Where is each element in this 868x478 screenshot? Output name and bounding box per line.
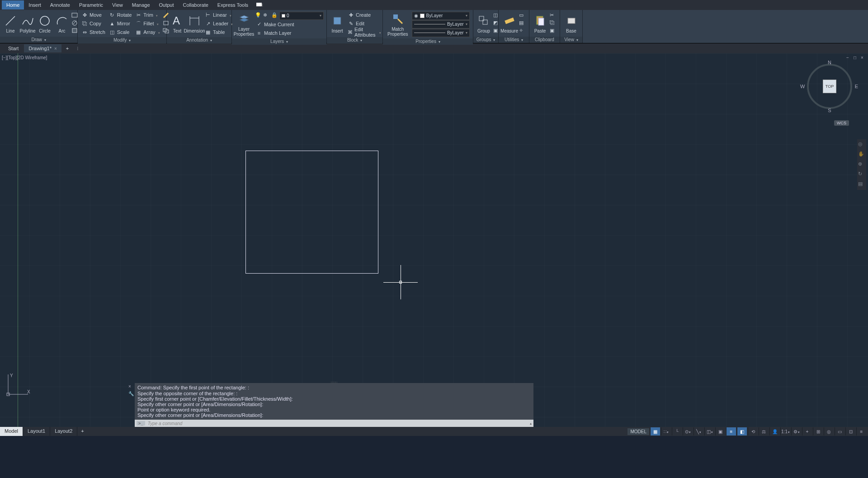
insert-block-button[interactable]: Insert bbox=[330, 13, 345, 34]
base-view-button[interactable]: Base bbox=[563, 13, 580, 34]
copy-button[interactable]: ⿻Copy bbox=[80, 19, 106, 28]
copy-clip-icon[interactable]: ⿻ bbox=[550, 20, 557, 27]
annotation-scale[interactable]: ⚖ bbox=[759, 427, 769, 435]
zoom-extents-icon[interactable]: ⊕ bbox=[858, 161, 865, 168]
drawn-rectangle[interactable] bbox=[245, 151, 378, 274]
view-label[interactable]: [−][Top][2D Wireframe] bbox=[2, 55, 47, 60]
viewport-close-icon[interactable]: × bbox=[859, 55, 865, 61]
layout2-tab[interactable]: Layout2 bbox=[50, 427, 77, 436]
stretch-button[interactable]: ⇔Stretch bbox=[80, 28, 106, 36]
pan-icon[interactable]: ✋ bbox=[858, 151, 865, 158]
paste-special-icon[interactable]: ▣ bbox=[550, 28, 557, 35]
ribbon-toggle[interactable] bbox=[256, 3, 264, 7]
trim-button[interactable]: ✂Trim bbox=[134, 11, 160, 19]
command-input[interactable]: >_ Type a command ▴ bbox=[135, 420, 533, 427]
cut-icon[interactable]: ✂ bbox=[550, 12, 557, 19]
3dosnap-toggle[interactable]: ▣ bbox=[715, 427, 725, 435]
add-layout-button[interactable]: + bbox=[77, 427, 87, 436]
add-tab-button[interactable]: + bbox=[62, 44, 72, 52]
group-button[interactable]: Group bbox=[476, 13, 491, 34]
table-icon: ▦ bbox=[205, 29, 211, 35]
paste-button[interactable]: Paste bbox=[532, 13, 548, 34]
command-close-icon[interactable]: × bbox=[128, 384, 131, 389]
layer-on-icon[interactable]: 💡 bbox=[255, 12, 262, 19]
annotation-monitor[interactable]: + bbox=[802, 427, 812, 435]
ortho-toggle[interactable]: └ bbox=[672, 427, 682, 435]
menu-insert[interactable]: Insert bbox=[24, 0, 46, 9]
transparency-toggle[interactable]: ◧ bbox=[737, 427, 747, 435]
lineweight-dropdown[interactable]: ByLayer▾ bbox=[412, 20, 470, 28]
isoplane-toggle[interactable]: ╲ bbox=[693, 427, 703, 435]
layer-properties-button[interactable]: Layer Properties bbox=[235, 11, 253, 38]
workspace-switch[interactable]: ⚙ bbox=[791, 427, 801, 435]
menu-view[interactable]: View bbox=[108, 0, 127, 9]
model-tab[interactable]: Model bbox=[0, 427, 23, 436]
leader-button[interactable]: ↗Leader bbox=[204, 19, 234, 28]
text-button[interactable]: A Text bbox=[170, 13, 185, 34]
mirror-button[interactable]: ▲Mirror bbox=[108, 19, 132, 28]
grid-toggle[interactable]: ▦ bbox=[650, 427, 660, 435]
linear-button[interactable]: ⊢Linear bbox=[204, 11, 234, 19]
orbit-icon[interactable]: ↻ bbox=[858, 171, 865, 178]
table-button[interactable]: ▦Table bbox=[204, 28, 234, 36]
close-tab-icon[interactable]: × bbox=[54, 46, 57, 51]
menu-home[interactable]: Home bbox=[2, 0, 24, 9]
tab-overflow-icon[interactable]: ⁞ bbox=[73, 44, 82, 53]
color-dropdown[interactable]: ◉ByLayer▾ bbox=[412, 12, 470, 20]
menu-annotate[interactable]: Annotate bbox=[46, 0, 75, 9]
customization[interactable]: ≡ bbox=[856, 427, 866, 435]
scale-button[interactable]: ◫Scale bbox=[108, 28, 132, 36]
layer-lock-icon[interactable]: 🔒 bbox=[271, 12, 278, 19]
polyline-button[interactable]: Polyline bbox=[20, 13, 35, 34]
osnap-toggle[interactable]: ◫ bbox=[704, 427, 714, 435]
annoscale-dropdown[interactable]: 1:1 bbox=[780, 427, 790, 435]
edit-attributes-button[interactable]: ⌘Edit Attributes bbox=[347, 28, 382, 36]
menu-parametric[interactable]: Parametric bbox=[75, 0, 108, 9]
menu-collaborate[interactable]: Collaborate bbox=[179, 0, 213, 9]
menu-output[interactable]: Output bbox=[155, 0, 179, 9]
layout1-tab[interactable]: Layout1 bbox=[23, 427, 50, 436]
quick-properties[interactable]: ◎ bbox=[824, 427, 834, 435]
select-icon[interactable]: ▭ bbox=[519, 12, 526, 19]
snap-mode-toggle[interactable]: ∷ bbox=[661, 427, 671, 435]
command-settings-icon[interactable]: 🔧 bbox=[128, 391, 134, 396]
point-icon[interactable]: ✧ bbox=[519, 28, 526, 35]
viewport-minimize-icon[interactable]: − bbox=[844, 55, 851, 61]
drawing-tab[interactable]: Drawing1*× bbox=[24, 44, 61, 52]
menu-express-tools[interactable]: Express Tools bbox=[213, 0, 253, 9]
model-label[interactable]: MODEL bbox=[627, 428, 649, 435]
command-window[interactable]: ∷∷∷ × 🔧 Command: Specify the first point… bbox=[135, 380, 533, 427]
dimension-button[interactable]: Dimension bbox=[187, 13, 202, 34]
create-block-button[interactable]: ✚Create bbox=[347, 11, 382, 19]
fillet-button[interactable]: ⌒Fillet bbox=[134, 19, 160, 28]
move-button[interactable]: ✥Move bbox=[80, 11, 106, 19]
viewport-maximize-icon[interactable]: □ bbox=[852, 55, 858, 61]
layer-dropdown[interactable]: 0 ▾ bbox=[279, 12, 324, 20]
array-button[interactable]: ▦Array bbox=[134, 28, 160, 36]
menu-manage[interactable]: Manage bbox=[127, 0, 155, 9]
arc-button[interactable]: Arc bbox=[54, 13, 70, 34]
steering-wheel-icon[interactable]: ◎ bbox=[858, 141, 865, 148]
measure-button[interactable]: Measure bbox=[501, 13, 517, 34]
annotation-visibility[interactable]: 👤 bbox=[769, 427, 779, 435]
start-tab[interactable]: Start bbox=[4, 44, 23, 52]
command-scroll-icon[interactable]: ▴ bbox=[530, 421, 532, 426]
circle-button[interactable]: Circle bbox=[37, 13, 52, 34]
isolate-objects[interactable]: ▭ bbox=[835, 427, 844, 435]
calc-icon[interactable]: ▤ bbox=[519, 20, 526, 27]
drawing-canvas[interactable]: [−][Top][2D Wireframe] − □ × TOP N S E W… bbox=[0, 53, 868, 436]
line-button[interactable]: Line bbox=[3, 13, 18, 34]
lineweight-toggle[interactable]: ≡ bbox=[726, 427, 736, 435]
layer-freeze-icon[interactable]: ❄ bbox=[263, 12, 270, 19]
match-properties-button[interactable]: Match Properties bbox=[386, 11, 410, 38]
wcs-badge[interactable]: WCS bbox=[834, 120, 849, 126]
units-toggle[interactable]: ⊞ bbox=[813, 427, 823, 435]
hardware-accel[interactable]: ⊡ bbox=[845, 427, 855, 435]
make-current-button[interactable]: ✓Make Current bbox=[255, 20, 324, 28]
rotate-button[interactable]: ↻Rotate bbox=[108, 11, 132, 19]
match-layer-button[interactable]: ≡Match Layer bbox=[255, 29, 324, 37]
linetype-dropdown[interactable]: ByLayer▾ bbox=[412, 29, 470, 37]
selection-cycling-toggle[interactable]: ⟲ bbox=[748, 427, 758, 435]
polar-toggle[interactable]: ⊙ bbox=[683, 427, 693, 435]
showmotion-icon[interactable]: ▤ bbox=[858, 181, 865, 188]
